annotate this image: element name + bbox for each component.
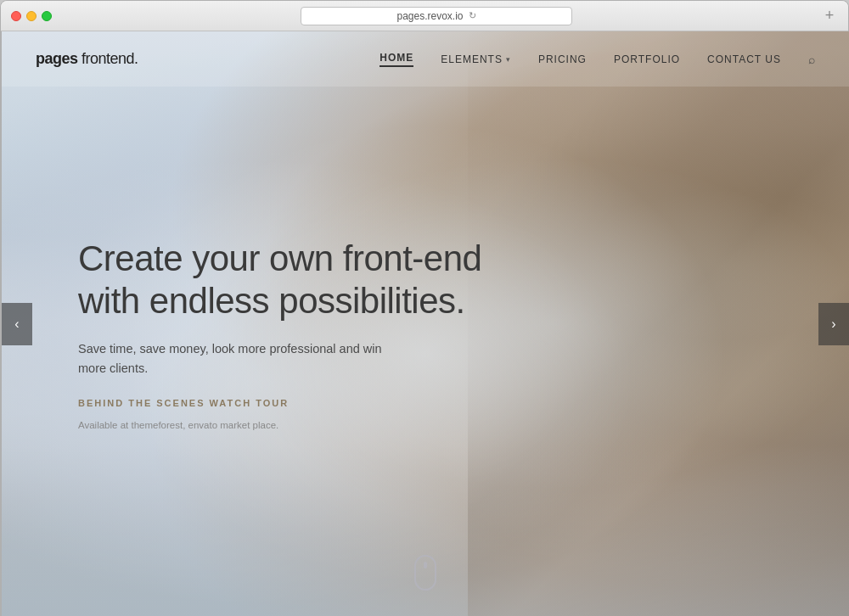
maximize-button[interactable]: [42, 11, 52, 21]
address-text: pages.revox.io: [396, 10, 463, 22]
browser-titlebar: pages.revox.io ↻ +: [1, 1, 848, 31]
minimize-button[interactable]: [26, 11, 37, 21]
hero-cta-link[interactable]: BEHIND THE SCENES WATCH TOUR: [78, 397, 481, 407]
close-button[interactable]: [11, 11, 21, 21]
nav-links: HOME ELEMENTS ▾ PRICING PORTFOLIO CONTAC…: [380, 52, 815, 67]
navbar: pages frontend. HOME ELEMENTS ▾ PRICING …: [2, 31, 849, 87]
browser-window: pages.revox.io ↻ + pages frontend. HOME …: [0, 0, 849, 616]
reload-icon[interactable]: ↻: [469, 10, 476, 21]
scroll-indicator: [414, 555, 436, 591]
logo[interactable]: pages frontend.: [36, 50, 138, 68]
nav-link-contact[interactable]: CONTACT US: [707, 53, 781, 65]
new-tab-button[interactable]: +: [821, 8, 838, 25]
nav-link-pricing[interactable]: PRICING: [538, 53, 587, 65]
chevron-down-icon: ▾: [506, 55, 511, 64]
slider-next-button[interactable]: ›: [818, 303, 849, 345]
hero-note: Available at themeforest, envato market …: [78, 419, 481, 429]
website-content: pages frontend. HOME ELEMENTS ▾ PRICING …: [1, 31, 849, 616]
bottom-fog: [2, 446, 849, 616]
scroll-dot: [424, 562, 427, 568]
chevron-right-icon: ›: [831, 316, 835, 332]
hero-subtitle: Save time, save money, look more profess…: [78, 339, 481, 378]
nav-link-elements[interactable]: ELEMENTS ▾: [441, 53, 511, 65]
logo-frontend: frontend.: [82, 50, 138, 67]
logo-pages: pages: [36, 50, 78, 67]
traffic-lights: [11, 11, 52, 21]
chevron-left-icon: ‹: [14, 316, 19, 332]
address-input[interactable]: pages.revox.io ↻: [301, 7, 572, 25]
search-icon[interactable]: ⌕: [808, 53, 815, 66]
slider-prev-button[interactable]: ‹: [2, 303, 32, 345]
nav-link-portfolio[interactable]: PORTFOLIO: [614, 53, 680, 65]
address-bar: pages.revox.io ↻: [52, 7, 821, 25]
hero-content: Create your own front-endwith endless po…: [78, 237, 481, 429]
hero-title: Create your own front-endwith endless po…: [78, 237, 481, 322]
nav-link-home[interactable]: HOME: [380, 52, 413, 67]
